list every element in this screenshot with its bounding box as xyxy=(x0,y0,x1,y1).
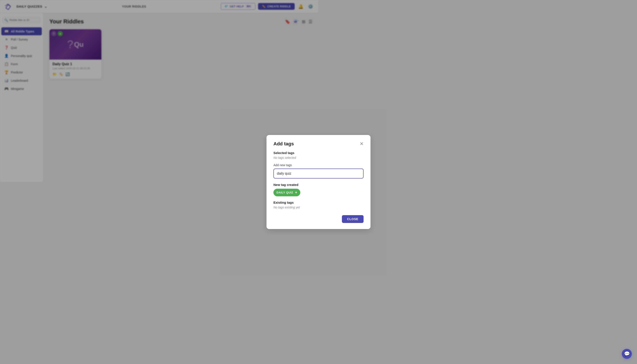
no-tags-selected-text: No tags selected xyxy=(274,156,318,160)
modal-header: Add tags ✕ xyxy=(274,141,318,147)
add-tags-input[interactable] xyxy=(274,168,318,178)
selected-tags-label: Selected tags xyxy=(274,151,318,155)
add-new-tags-label: Add new tags xyxy=(274,163,318,167)
add-tags-modal: Add tags ✕ Selected tags No tags selecte… xyxy=(266,135,318,182)
modal-title: Add tags xyxy=(274,141,294,147)
modal-overlay: Add tags ✕ Selected tags No tags selecte… xyxy=(0,0,318,182)
